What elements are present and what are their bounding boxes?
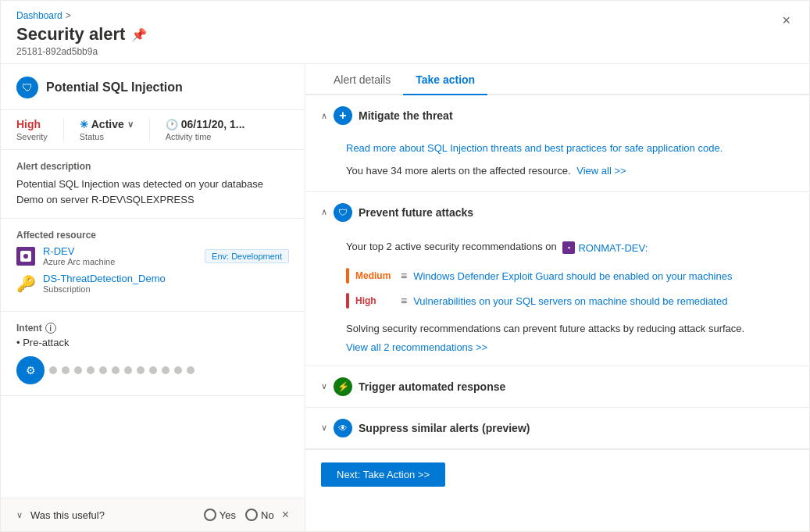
dot-8 xyxy=(137,366,145,374)
dot-6 xyxy=(112,366,120,374)
shield-icon: 🛡 xyxy=(16,77,38,98)
feedback-bar: ∨ Was this useful? Yes No × xyxy=(1,498,305,531)
main-content: 🛡 Potential SQL Injection High Severity … xyxy=(1,64,809,531)
feedback-yes-option[interactable]: Yes xyxy=(204,509,236,521)
resource-rdev-info: R-DEV Azure Arc machine xyxy=(43,245,197,266)
header-left: Dashboard > Security alert 📌 25181-892ad… xyxy=(16,10,147,57)
right-content: ∧ + Mitigate the threat Read more about … xyxy=(305,95,809,531)
yes-radio[interactable] xyxy=(204,509,216,521)
resource-title: Affected resource xyxy=(16,230,289,241)
list-icon-high: ≡ xyxy=(401,295,407,307)
accordion-prevent-body: Your top 2 active security recommendatio… xyxy=(305,233,809,366)
tab-alert-details[interactable]: Alert details xyxy=(321,64,403,95)
status-item: ✳ Active ∨ Status xyxy=(80,118,150,141)
pin-icon[interactable]: 📌 xyxy=(131,27,147,42)
prevent-chevron-icon: ∧ xyxy=(321,207,327,217)
feedback-options: Yes No xyxy=(204,509,274,521)
medium-label: Medium xyxy=(355,270,394,281)
key-icon: 🔑 xyxy=(16,274,35,293)
alert-name: Potential SQL Injection xyxy=(46,80,183,95)
rdev-link[interactable]: R-DEV xyxy=(43,245,74,257)
intent-section: Intent i • Pre-attack ⚙ xyxy=(1,312,305,396)
feedback-text: Was this useful? xyxy=(30,509,196,521)
clock-icon: 🕐 xyxy=(166,119,178,130)
ronmat-icon: ▪ xyxy=(562,241,575,254)
no-label: No xyxy=(261,509,274,521)
status-label: Status xyxy=(80,132,134,141)
arc-machine-icon xyxy=(16,247,35,266)
severity-item: High Severity xyxy=(16,118,64,141)
accordion-trigger: ∨ ⚡ Trigger automated response xyxy=(305,366,809,408)
header: Dashboard > Security alert 📌 25181-892ad… xyxy=(1,1,809,64)
mitigate-link[interactable]: Read more about SQL Injection threats an… xyxy=(346,142,723,154)
resource-item-ds: 🔑 DS-ThreatDetection_Demo Subscription xyxy=(16,273,289,294)
svg-point-1 xyxy=(23,254,28,259)
accordion-trigger-header[interactable]: ∨ ⚡ Trigger automated response xyxy=(305,366,809,407)
medium-severity-bar xyxy=(346,268,349,284)
status-text: Active xyxy=(91,118,124,130)
intent-info-icon[interactable]: i xyxy=(45,323,56,334)
breadcrumb-link[interactable]: Dashboard xyxy=(16,10,62,21)
alert-id: 25181-892ad5bb9a xyxy=(16,46,147,57)
no-radio[interactable] xyxy=(245,509,258,521)
rec-link-medium[interactable]: Windows Defender Exploit Guard should be… xyxy=(413,270,732,282)
feedback-no-option[interactable]: No xyxy=(245,509,274,521)
suppress-title: Suppress similar alerts (preview) xyxy=(359,422,530,434)
dot-5 xyxy=(99,366,107,374)
dot-2 xyxy=(62,366,70,374)
activity-item: 🕐 06/11/20, 1... Activity time xyxy=(166,118,245,141)
page-title: Security alert xyxy=(16,24,125,45)
env-badge: Env: Development xyxy=(205,249,289,263)
activity-value: 🕐 06/11/20, 1... xyxy=(166,118,245,130)
dot-9 xyxy=(149,366,157,374)
suppress-icon: 👁 xyxy=(334,419,352,437)
intent-title: Intent i xyxy=(16,323,289,334)
dot-7 xyxy=(124,366,132,374)
alert-title-section: 🛡 Potential SQL Injection xyxy=(1,64,305,110)
close-button[interactable]: × xyxy=(779,10,794,30)
intent-title-text: Intent xyxy=(16,323,42,334)
activity-text: 06/11/20, 1... xyxy=(181,118,245,130)
feedback-chevron-icon[interactable]: ∨ xyxy=(16,510,23,520)
dot-12 xyxy=(187,366,194,374)
accordion-prevent: ∧ 🛡 Prevent future attacks Your top 2 ac… xyxy=(305,192,809,366)
feedback-close-button[interactable]: × xyxy=(282,508,289,522)
list-icon-medium: ≡ xyxy=(401,270,407,282)
accordion-mitigate: ∧ + Mitigate the threat Read more about … xyxy=(305,95,809,192)
resource-section: Affected resource R-DEV Azure Arc machin… xyxy=(1,219,305,312)
rec-row-high: High ≡ Vulnerabilities on your SQL serve… xyxy=(346,288,794,313)
dot-1 xyxy=(49,366,57,374)
active-dot: ⚙ xyxy=(16,356,45,384)
view-recs-link[interactable]: View all 2 recommendations >> xyxy=(346,341,487,353)
dot-10 xyxy=(162,366,169,374)
dot-4 xyxy=(87,366,95,374)
meta-row: High Severity ✳ Active ∨ Status 🕐 06/11/… xyxy=(1,110,305,150)
rdev-sub: Azure Arc machine xyxy=(43,257,197,266)
rec-intro-text: Your top 2 active security recommendatio… xyxy=(346,241,557,252)
ds-link[interactable]: DS-ThreatDetection_Demo xyxy=(43,273,166,284)
accordion-mitigate-header[interactable]: ∧ + Mitigate the threat xyxy=(305,95,809,136)
accordion-prevent-header[interactable]: ∧ 🛡 Prevent future attacks xyxy=(305,192,809,233)
ds-sub: Subscription xyxy=(43,284,289,294)
view-recs-container: View all 2 recommendations >> xyxy=(346,341,794,353)
status-value: ✳ Active ∨ xyxy=(80,118,134,130)
description-body: Potential SQL Injection was detected on … xyxy=(16,177,289,207)
accordion-suppress: ∨ 👁 Suppress similar alerts (preview) xyxy=(305,408,809,449)
prevent-icon: 🛡 xyxy=(334,203,352,222)
next-btn-row: Next: Take Action >> xyxy=(305,449,809,499)
accordion-suppress-header[interactable]: ∨ 👁 Suppress similar alerts (preview) xyxy=(305,408,809,448)
intent-value: • Pre-attack xyxy=(16,337,289,348)
severity-label: Severity xyxy=(16,132,48,141)
description-title: Alert description xyxy=(16,161,289,172)
suppress-chevron-icon: ∨ xyxy=(321,423,327,433)
dot-3 xyxy=(74,366,82,374)
next-button[interactable]: Next: Take Action >> xyxy=(321,462,445,487)
view-all-link[interactable]: View all >> xyxy=(576,165,626,177)
tab-take-action[interactable]: Take action xyxy=(403,64,487,95)
rec-link-high[interactable]: Vulnerabilities on your SQL servers on m… xyxy=(413,295,727,307)
prevent-footer: Solving security recommendations can pre… xyxy=(346,321,794,337)
status-chevron-icon[interactable]: ∨ xyxy=(127,120,134,130)
trigger-title: Trigger automated response xyxy=(359,380,505,393)
ronmat-link[interactable]: ▪ RONMAT-DEV: xyxy=(562,241,648,256)
title-row: Security alert 📌 xyxy=(16,24,147,45)
